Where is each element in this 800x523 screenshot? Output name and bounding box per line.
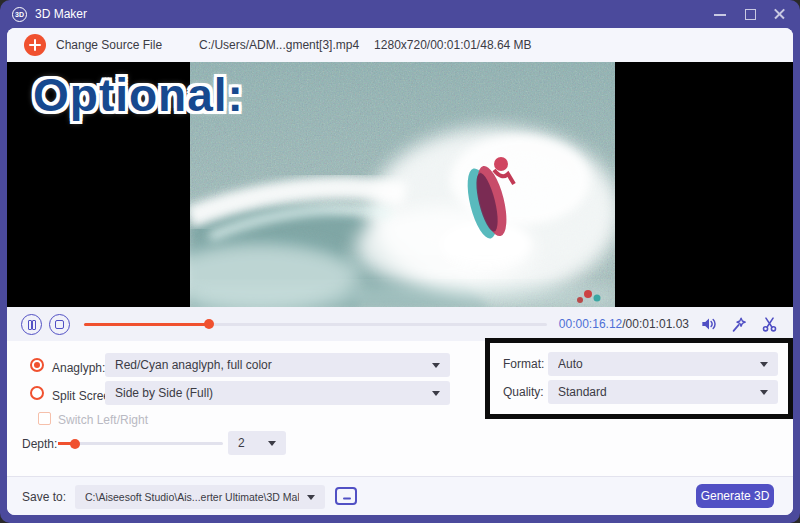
anaglyph-radio[interactable] (30, 358, 44, 372)
change-source-file-label: Change Source File (56, 38, 162, 52)
time-display: 00:00:16.12/00:01:01.03 (559, 317, 689, 331)
volume-icon[interactable] (699, 314, 719, 334)
video-preview: Optional: (7, 62, 793, 307)
window-title: 3D Maker (35, 7, 87, 21)
current-time: 00:00:16.12 (559, 317, 622, 331)
format-label: Format: (503, 357, 544, 371)
depth-dropdown[interactable]: 2 (228, 431, 286, 455)
player-bar: 00:00:16.12/00:01:01.03 (7, 307, 793, 341)
maximize-button[interactable] (742, 6, 758, 22)
total-time: 00:01:01.03 (626, 317, 689, 331)
close-button[interactable] (772, 6, 788, 22)
footer-bar: Save to: C:\Aiseesoft Studio\Ais...erter… (7, 476, 793, 515)
split-screen-dropdown[interactable]: Side by Side (Full) (105, 381, 450, 405)
save-path-value: C:\Aiseesoft Studio\Ais...erter Ultimate… (85, 491, 299, 503)
quality-value: Standard (558, 385, 752, 399)
chevron-down-icon (760, 390, 768, 395)
effect-wand-icon[interactable] (729, 314, 749, 334)
add-plus-icon (24, 34, 46, 56)
stop-button[interactable] (49, 314, 70, 335)
main-content: Change Source File C:/Users/ADM...gment[… (7, 28, 793, 515)
clip-scissors-icon[interactable] (759, 314, 779, 334)
seek-slider[interactable] (84, 323, 547, 326)
source-file-info: 1280x720/00:01:01/48.64 MB (374, 38, 531, 52)
minimize-button[interactable] (712, 6, 728, 22)
format-quality-annotation-box: Format: Auto Quality: Standard (485, 338, 793, 419)
anaglyph-dropdown[interactable]: Red/Cyan anaglyph, full color (105, 353, 450, 377)
switch-left-right-label: Switch Left/Right (58, 413, 148, 427)
pause-button[interactable] (21, 314, 42, 335)
chevron-down-icon (268, 441, 276, 446)
chevron-down-icon (432, 363, 440, 368)
optional-annotation-text: Optional: (33, 68, 244, 122)
generate-3d-button[interactable]: Generate 3D (696, 484, 774, 508)
depth-label: Depth: (22, 437, 57, 451)
seek-thumb[interactable] (204, 319, 214, 329)
open-folder-button[interactable] (333, 485, 359, 507)
change-source-file-button[interactable]: Change Source File (24, 34, 162, 56)
anaglyph-label: Anaglyph: (52, 361, 105, 375)
window-controls (712, 6, 788, 22)
depth-thumb[interactable] (70, 439, 80, 449)
folder-icon (336, 488, 356, 504)
quality-label: Quality: (503, 385, 544, 399)
chevron-down-icon (307, 495, 315, 500)
titlebar: 3D 3D Maker (0, 0, 800, 28)
depth-value: 2 (238, 436, 260, 450)
save-path-dropdown[interactable]: C:\Aiseesoft Studio\Ais...erter Ultimate… (75, 485, 325, 509)
switch-left-right-checkbox[interactable] (38, 412, 51, 425)
split-screen-value: Side by Side (Full) (115, 386, 424, 400)
toolbar: Change Source File C:/Users/ADM...gment[… (7, 28, 793, 62)
chevron-down-icon (432, 391, 440, 396)
anaglyph-value: Red/Cyan anaglyph, full color (115, 358, 424, 372)
quality-dropdown[interactable]: Standard (548, 380, 778, 404)
app-window: 3D 3D Maker Change Source File C:/Users/… (0, 0, 800, 523)
video-frame (190, 62, 615, 307)
seek-fill (84, 323, 209, 326)
app-3d-badge-icon: 3D (12, 7, 27, 22)
depth-slider[interactable] (58, 442, 223, 445)
chevron-down-icon (760, 362, 768, 367)
split-screen-radio[interactable] (30, 386, 44, 400)
format-value: Auto (558, 357, 752, 371)
save-to-label: Save to: (22, 490, 66, 504)
source-file-path: C:/Users/ADM...gment[3].mp4 (199, 38, 359, 52)
format-dropdown[interactable]: Auto (548, 352, 778, 376)
